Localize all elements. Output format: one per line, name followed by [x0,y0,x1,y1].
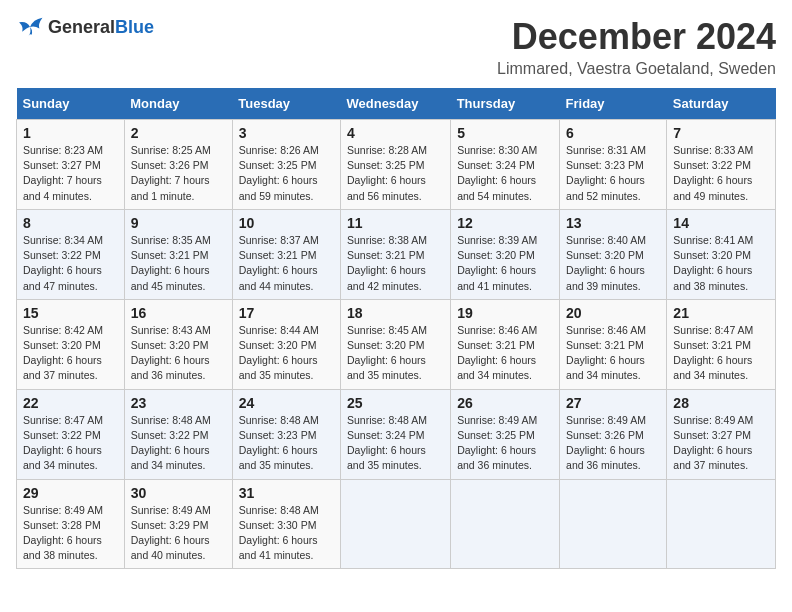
day-number: 13 [566,215,660,231]
day-info: Sunrise: 8:47 AMSunset: 3:22 PMDaylight:… [23,414,103,472]
day-number: 9 [131,215,226,231]
day-number: 10 [239,215,334,231]
logo-text: GeneralBlue [48,17,154,38]
header: GeneralBlue December 2024 Limmared, Vaes… [16,16,776,78]
day-number: 25 [347,395,444,411]
day-info: Sunrise: 8:49 AMSunset: 3:26 PMDaylight:… [566,414,646,472]
day-info: Sunrise: 8:48 AMSunset: 3:22 PMDaylight:… [131,414,211,472]
calendar-cell: 15 Sunrise: 8:42 AMSunset: 3:20 PMDaylig… [17,299,125,389]
day-number: 12 [457,215,553,231]
month-title: December 2024 [497,16,776,58]
calendar-cell: 16 Sunrise: 8:43 AMSunset: 3:20 PMDaylig… [124,299,232,389]
day-info: Sunrise: 8:49 AMSunset: 3:28 PMDaylight:… [23,504,103,562]
calendar-cell: 12 Sunrise: 8:39 AMSunset: 3:20 PMDaylig… [451,209,560,299]
calendar-cell [667,479,776,569]
day-number: 14 [673,215,769,231]
day-number: 27 [566,395,660,411]
day-number: 15 [23,305,118,321]
calendar-body: 1 Sunrise: 8:23 AMSunset: 3:27 PMDayligh… [17,120,776,569]
calendar-week-3: 15 Sunrise: 8:42 AMSunset: 3:20 PMDaylig… [17,299,776,389]
calendar-week-1: 1 Sunrise: 8:23 AMSunset: 3:27 PMDayligh… [17,120,776,210]
day-number: 30 [131,485,226,501]
day-number: 1 [23,125,118,141]
day-number: 28 [673,395,769,411]
calendar-cell: 7 Sunrise: 8:33 AMSunset: 3:22 PMDayligh… [667,120,776,210]
day-info: Sunrise: 8:49 AMSunset: 3:25 PMDaylight:… [457,414,537,472]
calendar-cell: 27 Sunrise: 8:49 AMSunset: 3:26 PMDaylig… [560,389,667,479]
day-info: Sunrise: 8:37 AMSunset: 3:21 PMDaylight:… [239,234,319,292]
calendar-cell: 11 Sunrise: 8:38 AMSunset: 3:21 PMDaylig… [340,209,450,299]
day-number: 24 [239,395,334,411]
logo: GeneralBlue [16,16,154,38]
calendar-cell: 1 Sunrise: 8:23 AMSunset: 3:27 PMDayligh… [17,120,125,210]
day-info: Sunrise: 8:41 AMSunset: 3:20 PMDaylight:… [673,234,753,292]
calendar-week-2: 8 Sunrise: 8:34 AMSunset: 3:22 PMDayligh… [17,209,776,299]
day-info: Sunrise: 8:45 AMSunset: 3:20 PMDaylight:… [347,324,427,382]
day-info: Sunrise: 8:34 AMSunset: 3:22 PMDaylight:… [23,234,103,292]
calendar-cell: 21 Sunrise: 8:47 AMSunset: 3:21 PMDaylig… [667,299,776,389]
calendar-cell [340,479,450,569]
day-info: Sunrise: 8:42 AMSunset: 3:20 PMDaylight:… [23,324,103,382]
weekday-header-wednesday: Wednesday [340,88,450,120]
weekday-header-row: SundayMondayTuesdayWednesdayThursdayFrid… [17,88,776,120]
calendar-cell: 8 Sunrise: 8:34 AMSunset: 3:22 PMDayligh… [17,209,125,299]
calendar-cell: 3 Sunrise: 8:26 AMSunset: 3:25 PMDayligh… [232,120,340,210]
day-number: 5 [457,125,553,141]
day-info: Sunrise: 8:48 AMSunset: 3:23 PMDaylight:… [239,414,319,472]
calendar-cell: 19 Sunrise: 8:46 AMSunset: 3:21 PMDaylig… [451,299,560,389]
location-title: Limmared, Vaestra Goetaland, Sweden [497,60,776,78]
calendar-cell: 10 Sunrise: 8:37 AMSunset: 3:21 PMDaylig… [232,209,340,299]
day-info: Sunrise: 8:25 AMSunset: 3:26 PMDaylight:… [131,144,211,202]
day-number: 17 [239,305,334,321]
day-info: Sunrise: 8:33 AMSunset: 3:22 PMDaylight:… [673,144,753,202]
calendar-cell: 29 Sunrise: 8:49 AMSunset: 3:28 PMDaylig… [17,479,125,569]
day-info: Sunrise: 8:38 AMSunset: 3:21 PMDaylight:… [347,234,427,292]
day-number: 8 [23,215,118,231]
day-info: Sunrise: 8:40 AMSunset: 3:20 PMDaylight:… [566,234,646,292]
calendar-cell: 28 Sunrise: 8:49 AMSunset: 3:27 PMDaylig… [667,389,776,479]
logo-blue: Blue [115,17,154,37]
calendar-cell: 23 Sunrise: 8:48 AMSunset: 3:22 PMDaylig… [124,389,232,479]
day-info: Sunrise: 8:26 AMSunset: 3:25 PMDaylight:… [239,144,319,202]
day-number: 11 [347,215,444,231]
day-number: 31 [239,485,334,501]
day-info: Sunrise: 8:31 AMSunset: 3:23 PMDaylight:… [566,144,646,202]
calendar-cell: 26 Sunrise: 8:49 AMSunset: 3:25 PMDaylig… [451,389,560,479]
day-info: Sunrise: 8:30 AMSunset: 3:24 PMDaylight:… [457,144,537,202]
day-number: 2 [131,125,226,141]
day-info: Sunrise: 8:49 AMSunset: 3:29 PMDaylight:… [131,504,211,562]
day-number: 23 [131,395,226,411]
day-info: Sunrise: 8:46 AMSunset: 3:21 PMDaylight:… [457,324,537,382]
weekday-header-monday: Monday [124,88,232,120]
calendar-cell: 30 Sunrise: 8:49 AMSunset: 3:29 PMDaylig… [124,479,232,569]
day-info: Sunrise: 8:48 AMSunset: 3:24 PMDaylight:… [347,414,427,472]
calendar-cell: 17 Sunrise: 8:44 AMSunset: 3:20 PMDaylig… [232,299,340,389]
day-number: 22 [23,395,118,411]
day-info: Sunrise: 8:39 AMSunset: 3:20 PMDaylight:… [457,234,537,292]
weekday-header-thursday: Thursday [451,88,560,120]
calendar-cell: 14 Sunrise: 8:41 AMSunset: 3:20 PMDaylig… [667,209,776,299]
day-number: 16 [131,305,226,321]
day-number: 21 [673,305,769,321]
day-info: Sunrise: 8:48 AMSunset: 3:30 PMDaylight:… [239,504,319,562]
calendar-cell: 20 Sunrise: 8:46 AMSunset: 3:21 PMDaylig… [560,299,667,389]
day-number: 7 [673,125,769,141]
calendar-cell [560,479,667,569]
logo-bird-icon [16,16,44,38]
day-number: 29 [23,485,118,501]
calendar-week-5: 29 Sunrise: 8:49 AMSunset: 3:28 PMDaylig… [17,479,776,569]
day-number: 18 [347,305,444,321]
calendar-cell: 2 Sunrise: 8:25 AMSunset: 3:26 PMDayligh… [124,120,232,210]
calendar-cell: 25 Sunrise: 8:48 AMSunset: 3:24 PMDaylig… [340,389,450,479]
day-info: Sunrise: 8:23 AMSunset: 3:27 PMDaylight:… [23,144,103,202]
logo-general: General [48,17,115,37]
calendar-cell: 6 Sunrise: 8:31 AMSunset: 3:23 PMDayligh… [560,120,667,210]
day-info: Sunrise: 8:47 AMSunset: 3:21 PMDaylight:… [673,324,753,382]
day-info: Sunrise: 8:49 AMSunset: 3:27 PMDaylight:… [673,414,753,472]
day-number: 26 [457,395,553,411]
calendar-table: SundayMondayTuesdayWednesdayThursdayFrid… [16,88,776,569]
calendar-cell: 22 Sunrise: 8:47 AMSunset: 3:22 PMDaylig… [17,389,125,479]
day-info: Sunrise: 8:35 AMSunset: 3:21 PMDaylight:… [131,234,211,292]
calendar-cell: 4 Sunrise: 8:28 AMSunset: 3:25 PMDayligh… [340,120,450,210]
calendar-week-4: 22 Sunrise: 8:47 AMSunset: 3:22 PMDaylig… [17,389,776,479]
